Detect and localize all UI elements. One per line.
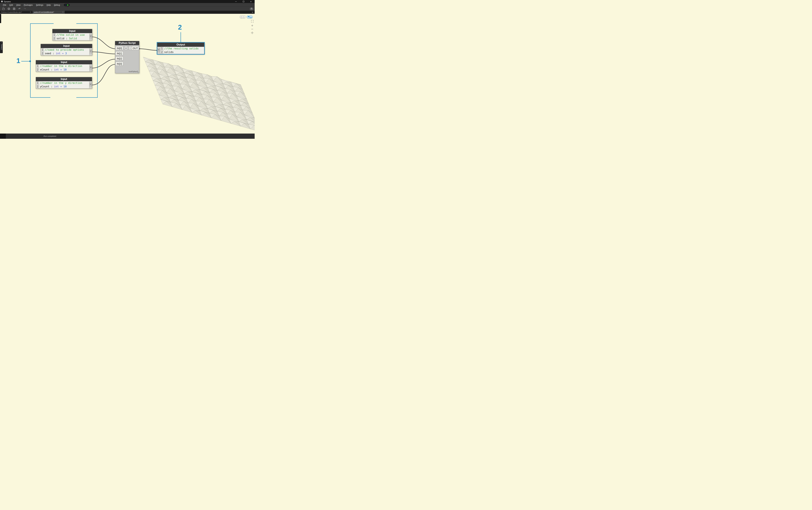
input-port-in0[interactable]: IN[0] [116,46,123,50]
output-port-out[interactable]: OUT [132,46,139,50]
port-chevron[interactable]: > [90,66,92,69]
graph-view-toggle[interactable] [247,16,253,19]
zoom-in-button[interactable]: + [251,24,253,27]
wire-input3-to-in2[interactable] [92,59,115,68]
new-file-icon[interactable] [2,7,5,10]
code-text: //number in the y direction [39,81,82,85]
node-title[interactable]: Input [53,29,92,33]
expand-arrow-icon: » [1,42,2,44]
wire-out-to-output[interactable] [139,49,157,50]
line-number: 1 [160,47,163,50]
line-number: 2 [36,85,39,88]
output-port[interactable]: > [89,64,92,72]
run-status-message: Run completed. [43,135,57,137]
output-port[interactable]: > [89,33,92,40]
output-node-solids[interactable]: Output > 1//the resulting solids 2solids [157,42,204,54]
port-nub [90,53,92,54]
output-port[interactable]: > [89,48,92,55]
wire-input2-to-in1[interactable] [92,52,115,54]
titlebar: Dynamo × [0,0,254,3]
code-block-editor[interactable]: 1//number in the x direction 2xCount : i… [36,64,92,72]
workspace-tabbar: Python-CustomNode.dyn* × patternFromSoli… [0,11,254,13]
port-nub [90,38,92,39]
input-port-in1[interactable]: IN[1] [116,51,123,55]
python-script-node[interactable]: Python Script IN[0] IN[1] IN[2] IN[3] + … [115,41,139,73]
port-chevron[interactable]: > [90,34,92,38]
menu-file[interactable]: File [1,4,8,6]
wire-input1-to-in0[interactable] [92,37,115,49]
print-icon[interactable] [7,7,10,10]
line-number: 1 [36,81,39,85]
code-block-editor[interactable]: 1//seed to provide options 2seed : int =… [41,48,92,55]
menu-settings[interactable]: Settings [34,4,45,6]
menu-debug[interactable]: Debug [52,4,62,6]
port-chevron[interactable]: > [157,48,160,51]
run-state-indicator[interactable] [64,4,70,6]
node-title[interactable]: Input [36,77,92,81]
zoom-fit-button[interactable] [251,20,253,23]
tab-patternfromsolidmodule[interactable]: patternFromSolidModule* × [32,11,65,13]
library-label: Library [0,44,2,50]
input-node-ycount[interactable]: Input 1//number in the y direction 2yCou… [36,77,92,89]
input-port-in2[interactable]: IN[2] [116,57,123,60]
input-port-in3[interactable]: IN[3] [116,62,123,66]
engine-label: IronPython2 [129,70,138,73]
input-node-seed[interactable]: Input 1//seed to provide options 2seed :… [40,44,92,55]
port-nub [89,86,92,87]
menu-packages[interactable]: Packages [22,4,34,6]
tab-close-icon[interactable]: × [62,11,63,13]
pan-button[interactable] [251,31,253,35]
line-number: 1 [53,33,56,37]
port-nub [157,52,160,53]
menu-edit[interactable]: Edit [8,4,14,6]
menu-view[interactable]: View [14,4,22,6]
tab-python-customnode[interactable]: Python-CustomNode.dyn* × [0,11,32,13]
input-node-solid[interactable]: Input 1//the solid in use 2solid : Solid… [52,29,92,40]
node-title[interactable]: Input [41,44,92,48]
maximize-button[interactable] [240,0,247,3]
group-label-1[interactable]: 1 [17,57,20,64]
group-label-2[interactable]: 2 [178,24,182,31]
remove-input-button[interactable]: - [128,46,132,50]
zoom-out-button[interactable]: − [251,28,253,30]
redo-icon[interactable]: ↷ [23,7,26,10]
code-text: xCount : int = 10 [39,68,67,72]
code-block-editor[interactable]: 1//the solid in use 2solid : Solid > [53,33,92,40]
dynamo-logo-icon [1,0,3,3]
geometry-view-toggle[interactable] [240,16,246,19]
save-icon[interactable] [13,7,16,10]
wire-and-annotation-layer [0,14,254,134]
window-title: Dynamo [4,1,11,3]
input-port[interactable]: > [157,47,160,54]
left-panel-strip [0,14,1,23]
node-title[interactable]: Python Script [115,41,139,45]
code-text: solids [163,50,174,54]
undo-icon[interactable]: ↶ [18,7,21,10]
line-number: 1 [36,64,39,68]
dynamo-window: Dynamo × File Edit View Packages Setting… [0,0,254,139]
minimize-button[interactable] [232,0,240,3]
code-text: yCount : int = 10 [39,85,67,88]
tab-list-menu-icon[interactable]: ≡ [250,11,254,13]
output-port[interactable]: > [89,81,92,88]
port-chevron[interactable]: > [89,83,92,86]
close-button[interactable]: × [247,0,254,3]
view-toggle-group [240,16,253,19]
port-chevron[interactable]: > [90,49,92,53]
code-block-editor[interactable]: > 1//the resulting solids 2solids [157,47,204,54]
menu-help[interactable]: Help [45,4,53,6]
add-input-button[interactable]: + [124,46,128,50]
wire-input4-to-in3[interactable] [92,64,115,85]
line-number: 1 [41,48,44,52]
tab-close-icon[interactable]: × [30,11,31,13]
code-block-editor[interactable]: 1//number in the y direction 2yCount : i… [36,81,92,88]
workspace-canvas[interactable]: 1 2 Input 1//the solid in use 2solid : S… [0,13,254,134]
input-node-xcount[interactable]: Input 1//number in the x direction 2xCou… [36,60,92,72]
node-title[interactable]: Output [157,43,204,47]
code-text: //seed to provide options [44,48,84,52]
export-image-camera-icon[interactable] [250,7,253,10]
library-flyout-tab[interactable]: » Library [0,41,3,53]
tab-label: patternFromSolidModule* [34,11,54,13]
node-title[interactable]: Input [36,60,92,64]
statusbar-corner-box [0,134,6,139]
